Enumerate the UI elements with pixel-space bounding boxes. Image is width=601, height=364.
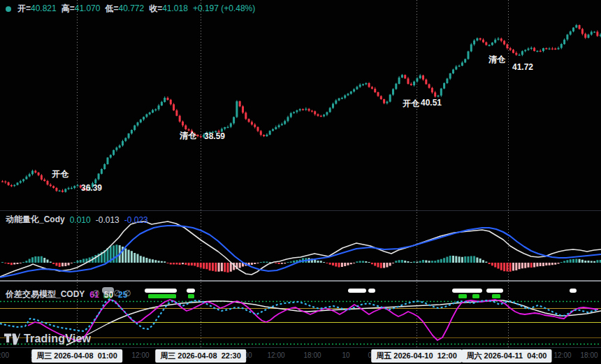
- chart-canvas[interactable]: [0, 0, 601, 347]
- time-tick-label: 18:0: [30, 351, 43, 359]
- oscillator-magenta-line: [28, 300, 598, 341]
- session-date-label: 周六 2026-04-11 04:00: [462, 349, 552, 363]
- trading-chart-window: 开=40.821高=41.070低=40.772收=41.018+0.197 (…: [0, 0, 601, 364]
- time-tick-label: 12:00: [131, 351, 149, 359]
- time-tick-label: 12:00: [553, 351, 571, 359]
- signal-marker-white: [452, 289, 482, 293]
- signal-marker-green: [458, 294, 467, 298]
- signal-marker-white: [486, 289, 503, 293]
- signal-marker-green: [472, 294, 479, 298]
- time-tick-label: 10: [342, 351, 349, 359]
- candle-wicks-up: [15, 24, 601, 192]
- time-tick-label: 06: [368, 351, 375, 359]
- time-tick-label: 06:00: [234, 351, 252, 359]
- session-date-label: 周三 2026-04-08 22:30: [155, 349, 246, 363]
- time-tick-label: 00: [449, 351, 457, 359]
- oscillator-cyan-dashed-line: [0, 299, 598, 331]
- time-tick-label: :00: [0, 351, 9, 359]
- signal-marker-green: [188, 294, 194, 298]
- time-axis[interactable]: :0018:012:0006:0012:0018:0010060012:0018…: [0, 347, 601, 364]
- signal-marker-white: [145, 289, 177, 293]
- time-tick-label: 18:00: [580, 351, 598, 359]
- time-tick-label: 18:00: [303, 351, 321, 359]
- signal-marker-green: [148, 294, 176, 298]
- signal-marker-darkgreen: [103, 294, 112, 298]
- time-tick-label: 12:00: [267, 351, 284, 359]
- session-date-label: 周三 2026-04-08 01:00: [31, 349, 122, 363]
- signal-marker-white: [368, 289, 375, 293]
- signal-marker-white: [348, 289, 366, 293]
- signal-marker-white: [187, 289, 195, 293]
- hover-marker: [102, 287, 114, 293]
- signal-marker-green: [492, 294, 500, 298]
- session-date-label: 周五 2026-04-10 12:00: [371, 349, 462, 363]
- signal-marker-white: [570, 289, 577, 293]
